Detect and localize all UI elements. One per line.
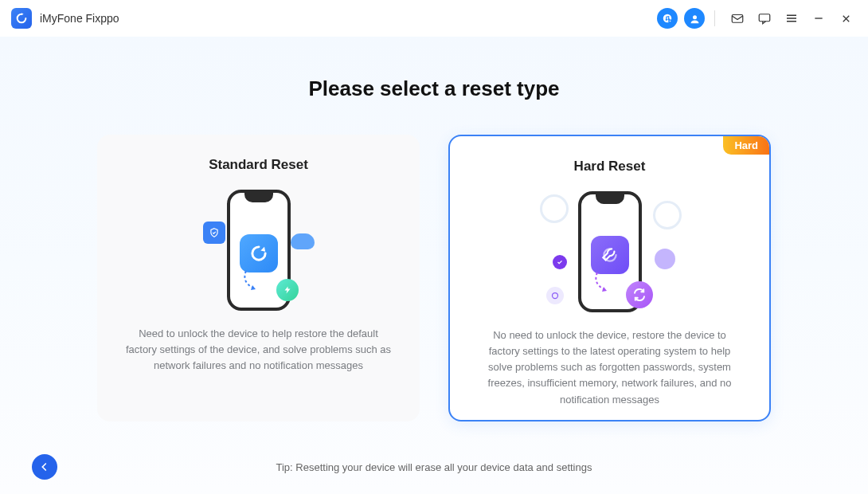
shield-icon bbox=[203, 222, 225, 244]
reset-app-icon bbox=[240, 234, 278, 272]
page-title: Please select a reset type bbox=[0, 37, 868, 101]
main-content: Please select a reset type Standard Rese… bbox=[0, 37, 868, 494]
hard-reset-illustration bbox=[471, 184, 749, 320]
standard-reset-illustration bbox=[118, 182, 399, 318]
app-title: iMyFone Fixppo bbox=[40, 12, 119, 25]
svg-point-1 bbox=[666, 19, 667, 21]
check-circle-icon bbox=[553, 255, 567, 269]
standard-reset-card[interactable]: Standard Reset bbox=[97, 135, 420, 421]
svg-rect-5 bbox=[732, 15, 743, 23]
swap-circle-icon bbox=[626, 281, 653, 308]
hard-reset-card[interactable]: Hard Hard Reset bbox=[448, 135, 771, 421]
reset-type-cards: Standard Reset bbox=[0, 135, 868, 421]
mail-icon[interactable] bbox=[726, 7, 749, 29]
titlebar: iMyFone Fixppo bbox=[0, 0, 868, 37]
minimize-button[interactable] bbox=[807, 7, 830, 29]
hard-badge: Hard bbox=[723, 136, 769, 155]
footer-tip: Tip: Resetting your device will erase al… bbox=[0, 461, 868, 473]
menu-icon[interactable] bbox=[780, 7, 803, 29]
back-button[interactable] bbox=[32, 454, 57, 480]
standard-reset-title: Standard Reset bbox=[118, 157, 399, 173]
gear-icon bbox=[653, 201, 682, 229]
swirl-arrow-icon bbox=[592, 271, 612, 295]
svg-point-4 bbox=[693, 15, 697, 19]
swirl-arrow-icon bbox=[241, 269, 260, 293]
titlebar-separator bbox=[714, 10, 715, 26]
cloud-icon bbox=[291, 233, 315, 249]
hard-reset-description: No need to unlock the device, restore th… bbox=[471, 327, 749, 408]
standard-reset-description: Need to unlock the device to help restor… bbox=[118, 326, 399, 374]
feedback-icon[interactable] bbox=[753, 7, 776, 29]
app-logo-icon bbox=[11, 8, 32, 29]
sync-circle-icon bbox=[546, 287, 564, 304]
hard-reset-title: Hard Reset bbox=[471, 159, 749, 174]
bolt-circle-icon bbox=[276, 279, 299, 301]
tool-app-icon bbox=[591, 236, 629, 274]
svg-rect-6 bbox=[759, 14, 770, 22]
account-icon[interactable] bbox=[684, 8, 705, 29]
itunes-tool-icon[interactable] bbox=[657, 8, 678, 29]
gear-icon bbox=[540, 194, 569, 223]
decorative-dot bbox=[655, 249, 675, 269]
close-button[interactable] bbox=[835, 7, 857, 29]
